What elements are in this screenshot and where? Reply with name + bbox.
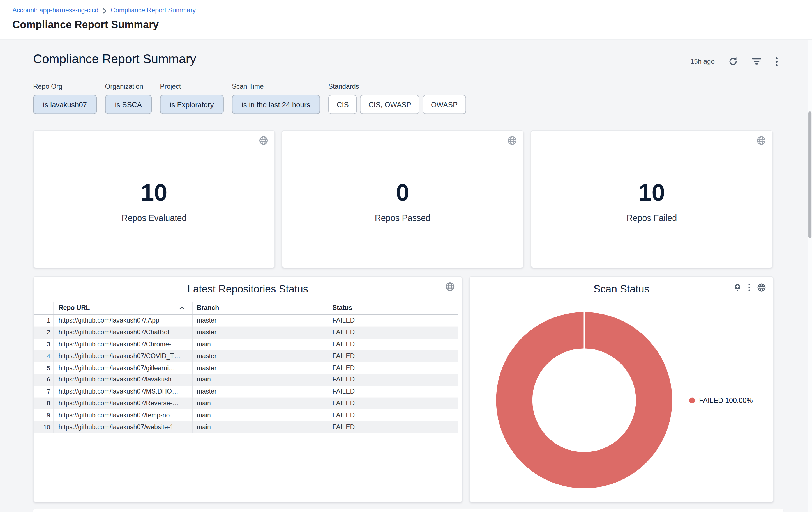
branch-cell: master — [192, 350, 328, 362]
row-index: 8 — [34, 398, 53, 409]
table-row[interactable]: 3 https://github.com/lavakush07/Chrome-…… — [34, 338, 458, 350]
repo-url-cell: https://github.com/lavakush07/Chrome-… — [53, 338, 192, 350]
standards-option-cis-owasp[interactable]: CIS, OWASP — [360, 95, 419, 114]
globe-icon[interactable] — [757, 283, 766, 292]
filter-repo-org: Repo Org is lavakush07 — [33, 83, 97, 114]
repo-url-cell: https://github.com/lavakush07/gitlearni… — [53, 362, 192, 374]
table-row[interactable]: 10 https://github.com/lavakush07/website… — [34, 421, 458, 433]
bell-plus-icon[interactable] — [733, 283, 742, 292]
row-index: 3 — [34, 338, 53, 350]
repo-url-cell: https://github.com/lavakush07/.App — [53, 315, 192, 326]
branch-cell: main — [192, 409, 328, 421]
filter-chip-project[interactable]: is Exploratory — [160, 95, 224, 114]
branch-cell: master — [192, 362, 328, 374]
breadcrumb: Account: app-harness-ng-cicd Compliance … — [12, 5, 812, 16]
table-title: Latest Repositories Status — [34, 283, 462, 295]
repo-url-cell: https://github.com/lavakush07/website-1 — [53, 421, 192, 433]
tile-label: Repos Failed — [627, 213, 677, 223]
table-row[interactable]: 7 https://github.com/lavakush07/MS.DHO… … — [34, 386, 458, 398]
column-header-repo-url[interactable]: Repo URL — [53, 302, 192, 314]
filter-label: Project — [160, 83, 224, 90]
tile-repos-failed: 10 Repos Failed — [531, 130, 773, 268]
globe-icon — [445, 282, 455, 294]
legend-dot — [689, 398, 695, 403]
filter-bar: Repo Org is lavakush07 Organization is S… — [33, 83, 466, 114]
row-index: 6 — [34, 374, 53, 386]
page-header: Account: app-harness-ng-cicd Compliance … — [0, 0, 812, 40]
branch-cell: master — [192, 326, 328, 338]
filter-chip-organization[interactable]: is SSCA — [105, 95, 152, 114]
status-cell: FAILED — [328, 326, 458, 338]
branch-cell: main — [192, 374, 328, 386]
column-header-status[interactable]: Status — [328, 302, 458, 314]
tile-label: Repos Passed — [375, 213, 430, 223]
tile-value: 0 — [396, 179, 409, 206]
compliance-dashboard-page: Account: app-harness-ng-cicd Compliance … — [0, 0, 812, 512]
table-row[interactable]: 4 https://github.com/lavakush07/COVID_T…… — [34, 350, 458, 362]
row-index: 9 — [34, 409, 53, 421]
repo-url-cell: https://github.com/lavakush07/ChatBot — [53, 326, 192, 338]
row-index: 5 — [34, 362, 53, 374]
branch-cell: master — [192, 315, 328, 326]
status-cell: FAILED — [328, 315, 458, 326]
table-body: 1 https://github.com/lavakush07/.App mas… — [34, 315, 458, 433]
table-row[interactable]: 5 https://github.com/lavakush07/gitlearn… — [34, 362, 458, 374]
table-row[interactable]: 2 https://github.com/lavakush07/ChatBot … — [34, 326, 458, 338]
tile-value: 10 — [141, 179, 167, 206]
repo-url-cell: https://github.com/lavakush07/temp-no… — [53, 409, 192, 421]
filter-icon[interactable] — [751, 57, 762, 65]
scan-donut-ring[interactable] — [496, 312, 672, 488]
scan-card-actions — [733, 283, 766, 292]
branch-cell: main — [192, 398, 328, 409]
latest-repositories-card: Latest Repositories Status Repo URL Bran… — [33, 276, 462, 502]
scrollbar-thumb[interactable] — [808, 111, 811, 238]
filter-label: Organization — [105, 83, 152, 90]
globe-icon — [756, 136, 766, 147]
row-index: 10 — [34, 421, 53, 433]
dashboard-canvas: Compliance Report Summary 15h ago Repo O… — [0, 40, 812, 512]
filter-project: Project is Exploratory — [160, 83, 224, 114]
tile-repos-evaluated: 10 Repos Evaluated — [33, 130, 275, 268]
row-index: 7 — [34, 386, 53, 398]
kebab-menu-icon[interactable] — [775, 57, 778, 66]
table-row[interactable]: 8 https://github.com/lavakush07/Reverse-… — [34, 398, 458, 409]
globe-icon — [259, 136, 268, 147]
filter-label: Repo Org — [33, 83, 97, 90]
status-cell: FAILED — [328, 362, 458, 374]
donut-hole — [532, 348, 636, 452]
table-row[interactable]: 1 https://github.com/lavakush07/.App mas… — [34, 315, 458, 326]
dashboard-actions: 15h ago — [690, 56, 778, 66]
tile-repos-passed: 0 Repos Passed — [282, 130, 524, 268]
status-cell: FAILED — [328, 350, 458, 362]
chart-legend: FAILED 100.00% — [689, 396, 753, 405]
breadcrumb-account-link[interactable]: Account: app-harness-ng-cicd — [12, 7, 98, 14]
branch-cell: main — [192, 421, 328, 433]
standards-option-cis[interactable]: CIS — [328, 95, 357, 114]
status-cell: FAILED — [328, 409, 458, 421]
dashboard-title: Compliance Report Summary — [33, 52, 196, 66]
chevron-right-icon — [103, 7, 107, 14]
standards-option-owasp[interactable]: OWASP — [423, 95, 466, 114]
kebab-menu-icon[interactable] — [748, 284, 750, 291]
refresh-icon[interactable] — [728, 56, 738, 66]
status-cell: FAILED — [328, 338, 458, 350]
scan-status-card: Scan Status FAILED 100.00% — [469, 276, 774, 502]
tile-value: 10 — [638, 179, 665, 206]
repo-url-cell: https://github.com/lavakush07/MS.DHO… — [53, 386, 192, 398]
breadcrumb-page-link[interactable]: Compliance Report Summary — [111, 7, 196, 14]
last-refreshed-label: 15h ago — [690, 57, 715, 65]
filter-chip-repo-org[interactable]: is lavakush07 — [33, 95, 97, 114]
branch-cell: master — [192, 386, 328, 398]
legend-label: FAILED 100.00% — [699, 396, 753, 404]
row-index: 1 — [34, 315, 53, 326]
table-row[interactable]: 6 https://github.com/lavakush07/lavakush… — [34, 374, 458, 386]
filter-standards: Standards CIS CIS, OWASP OWASP — [328, 83, 466, 114]
table-row[interactable]: 9 https://github.com/lavakush07/temp-no…… — [34, 409, 458, 421]
table-header-row: Repo URL Branch Status — [34, 302, 458, 315]
status-cell: FAILED — [328, 374, 458, 386]
column-header-label: Repo URL — [59, 304, 90, 311]
filter-organization: Organization is SSCA — [105, 83, 152, 114]
page-scrollbar[interactable] — [807, 40, 812, 512]
column-header-branch[interactable]: Branch — [192, 302, 328, 314]
filter-chip-scan-time[interactable]: is in the last 24 hours — [232, 95, 320, 114]
